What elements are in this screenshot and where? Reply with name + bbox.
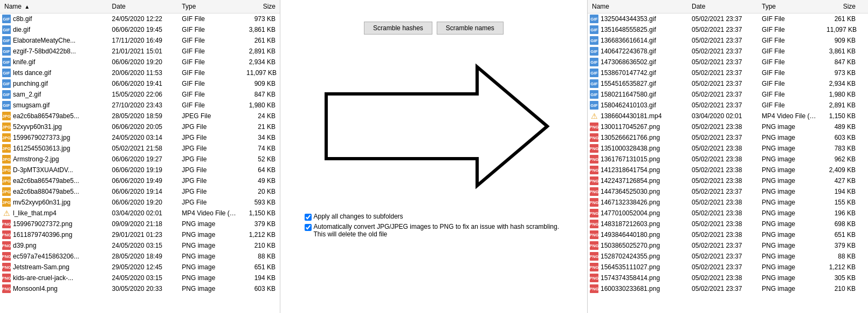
- gif-icon: GIF: [2, 47, 11, 56]
- gif-icon: GIF: [2, 79, 11, 88]
- table-row[interactable]: GIF punching.gif 06/06/2020 19:41 GIF Fi…: [0, 78, 280, 89]
- table-row[interactable]: GIF 1325044344353.gif 05/02/2021 23:37 G…: [588, 13, 868, 24]
- table-row[interactable]: PNG ec597a7e415863206... 28/05/2020 18:4…: [0, 251, 280, 262]
- file-name-label: die.gif: [13, 26, 30, 33]
- table-row[interactable]: PNG 1351000328438.png 05/02/2021 23:38 P…: [588, 143, 868, 154]
- png-icon: PNG: [590, 166, 598, 174]
- table-row[interactable]: PNG 1483187212603.png 05/02/2021 23:38 P…: [588, 219, 868, 229]
- table-row[interactable]: PNG 1611879740396.png 29/01/2021 01:23 P…: [0, 229, 280, 240]
- table-row[interactable]: JPG mv52xyvp60n31.jpg 06/06/2020 19:20 J…: [0, 197, 280, 208]
- middle-panel: Scramble hashes Scramble names Apply all…: [280, 0, 588, 313]
- cell-name: PNG 1574374358414.png: [588, 273, 687, 283]
- table-row[interactable]: JPG ea2c6ba880479abe5... 06/06/2020 19:1…: [0, 186, 280, 197]
- table-row[interactable]: PNG 1599679027372.png 09/09/2020 21:18 P…: [0, 219, 280, 229]
- checkbox-convert[interactable]: [305, 224, 312, 231]
- cell-date: 28/05/2020 18:59: [108, 112, 178, 120]
- right-col-name[interactable]: Name: [588, 2, 687, 11]
- table-row[interactable]: PNG 1564535111027.png 05/02/2021 23:37 P…: [588, 262, 868, 273]
- table-row[interactable]: PNG 1305266621766.png 05/02/2021 23:37 P…: [588, 132, 868, 143]
- table-row[interactable]: GIF die.gif 06/06/2020 19:45 GIF File 3,…: [0, 24, 280, 35]
- cell-name: PNG MonsoonI4.png: [0, 284, 108, 294]
- table-row[interactable]: GIF knife.gif 06/06/2020 19:20 GIF File …: [0, 57, 280, 67]
- cell-size: 49 KB: [242, 176, 280, 185]
- table-row[interactable]: JPG 1612545503613.jpg 05/02/2021 21:58 J…: [0, 143, 280, 154]
- cell-size: 1,212 KB: [242, 230, 280, 239]
- table-row[interactable]: JPG D-3pMT3XUAAtDV... 06/06/2020 19:19 J…: [0, 165, 280, 175]
- cell-type: PNG image: [177, 274, 242, 282]
- table-row[interactable]: JPG 1599679027373.jpg 24/05/2020 03:14 J…: [0, 132, 280, 143]
- checkbox-subfolders[interactable]: [305, 214, 312, 221]
- table-row[interactable]: PNG 1300117045267.png 05/02/2021 23:38 P…: [588, 121, 868, 132]
- left-col-date[interactable]: Date: [108, 2, 178, 11]
- table-row[interactable]: GIF ezgif-7-58bd0422b8... 21/01/2021 15:…: [0, 46, 280, 57]
- table-row[interactable]: GIF 1351648555825.gif 05/02/2021 23:37 G…: [588, 24, 868, 35]
- table-row[interactable]: PNG Jetstream-Sam.png 29/05/2020 12:45 P…: [0, 262, 280, 273]
- left-file-list: GIF c8b.gif 24/05/2020 12:22 GIF File 97…: [0, 13, 280, 313]
- cell-size: 603 KB: [242, 284, 280, 293]
- cell-size: 261 KB: [822, 15, 860, 23]
- cell-type: JPG File: [177, 198, 242, 207]
- scramble-hashes-button[interactable]: Scramble hashes: [364, 22, 432, 35]
- table-row[interactable]: GIF ElaborateMeatyChe... 17/11/2020 16:4…: [0, 35, 280, 46]
- table-row[interactable]: GIF 1473068636502.gif 05/02/2021 23:37 G…: [588, 57, 868, 67]
- table-row[interactable]: PNG 1477010052004.png 05/02/2021 23:38 P…: [588, 208, 868, 219]
- table-row[interactable]: ⚠ 1386604430181.mp4 03/04/2020 02:01 MP4…: [588, 111, 868, 121]
- cell-date: 05/02/2021 23:37: [687, 252, 757, 261]
- table-row[interactable]: PNG 1528702424355.png 05/02/2021 23:37 P…: [588, 251, 868, 262]
- table-row[interactable]: PNG 1422437126854.png 05/02/2021 23:38 P…: [588, 175, 868, 186]
- cell-size: 2,891 KB: [242, 47, 280, 56]
- table-row[interactable]: PNG 1503865025270.png 05/02/2021 23:37 P…: [588, 240, 868, 251]
- table-row[interactable]: PNG 1412318641754.png 05/02/2021 23:38 P…: [588, 165, 868, 175]
- left-col-type[interactable]: Type: [177, 2, 242, 11]
- file-name-label: 1600330233681.png: [601, 285, 660, 292]
- table-row[interactable]: PNG 1574374358414.png 05/02/2021 23:38 P…: [588, 273, 868, 283]
- file-name-label: 1612545503613.jpg: [13, 145, 70, 152]
- table-row[interactable]: JPG ea2c6ba865479abe5... 06/06/2020 19:4…: [0, 175, 280, 186]
- table-row[interactable]: PNG MonsoonI4.png 30/05/2020 20:33 PNG i…: [0, 283, 280, 294]
- jpg-icon: JPG: [2, 187, 11, 196]
- table-row[interactable]: GIF lets dance.gif 20/06/2020 11:53 GIF …: [0, 67, 280, 78]
- table-row[interactable]: PNG kids-are-cruel-jack-... 24/05/2020 0…: [0, 273, 280, 283]
- right-col-type[interactable]: Type: [757, 2, 822, 11]
- table-row[interactable]: ⚠ l_like_that.mp4 03/04/2020 02:01 MP4 V…: [0, 208, 280, 219]
- right-col-date[interactable]: Date: [687, 2, 757, 11]
- table-row[interactable]: PNG 1467132338426.png 05/02/2021 23:38 P…: [588, 197, 868, 208]
- table-row[interactable]: GIF smugsam.gif 27/10/2020 23:43 GIF Fil…: [0, 100, 280, 111]
- table-row[interactable]: GIF 1406472243678.gif 05/02/2021 23:37 G…: [588, 46, 868, 57]
- table-row[interactable]: PNG 1447364525030.png 05/02/2021 23:37 P…: [588, 186, 868, 197]
- left-col-size[interactable]: Size: [242, 2, 280, 11]
- table-row[interactable]: GIF 1580462410103.gif 05/02/2021 23:37 G…: [588, 100, 868, 111]
- cell-type: PNG image: [757, 166, 822, 174]
- left-col-name[interactable]: Name ▲: [0, 2, 108, 11]
- cell-size: 194 KB: [822, 187, 860, 196]
- scramble-names-button[interactable]: Scramble names: [437, 22, 504, 35]
- cell-date: 05/02/2021 23:38: [687, 123, 757, 131]
- png-icon: PNG: [590, 230, 598, 239]
- table-row[interactable]: GIF 1538670147742.gif 05/02/2021 23:37 G…: [588, 67, 868, 78]
- cell-type: JPEG File: [177, 112, 242, 120]
- table-row[interactable]: PNG d39.png 24/05/2020 03:15 PNG image 2…: [0, 240, 280, 251]
- cell-type: JPG File: [177, 133, 242, 142]
- cell-type: GIF File: [757, 69, 822, 77]
- cell-date: 06/06/2020 20:05: [108, 123, 178, 131]
- table-row[interactable]: GIF 1554516535827.gif 05/02/2021 23:37 G…: [588, 78, 868, 89]
- table-row[interactable]: GIF 1580211647580.gif 05/02/2021 23:37 G…: [588, 89, 868, 100]
- table-row[interactable]: GIF 1366836616614.gif 05/02/2021 23:37 G…: [588, 35, 868, 46]
- cell-name: ⚠ l_like_that.mp4: [0, 208, 108, 218]
- gif-icon: GIF: [2, 36, 11, 45]
- right-col-size[interactable]: Size: [822, 2, 860, 11]
- cell-size: 847 KB: [822, 58, 860, 66]
- table-row[interactable]: JPG 52xyvp60n31.jpg 06/06/2020 20:05 JPG…: [0, 121, 280, 132]
- table-row[interactable]: PNG 1600330233681.png 05/02/2021 23:37 P…: [588, 283, 868, 294]
- table-row[interactable]: JPG Armstrong-2.jpg 06/06/2020 19:27 JPG…: [0, 154, 280, 165]
- table-row[interactable]: GIF c8b.gif 24/05/2020 12:22 GIF File 97…: [0, 13, 280, 24]
- table-row[interactable]: GIF sam_2.gif 15/05/2020 22:06 GIF File …: [0, 89, 280, 100]
- table-row[interactable]: PNG 1493846440180.png 05/02/2021 23:38 P…: [588, 229, 868, 240]
- cell-type: GIF File: [757, 25, 822, 34]
- cell-name: PNG 1600330233681.png: [588, 284, 687, 294]
- table-row[interactable]: PNG 1361767131015.png 05/02/2021 23:38 P…: [588, 154, 868, 165]
- cell-size: 1,150 KB: [242, 209, 280, 217]
- cell-type: PNG image: [757, 230, 822, 239]
- table-row[interactable]: JPG ea2c6ba865479abe5... 28/05/2020 18:5…: [0, 111, 280, 121]
- png-icon: PNG: [590, 241, 598, 250]
